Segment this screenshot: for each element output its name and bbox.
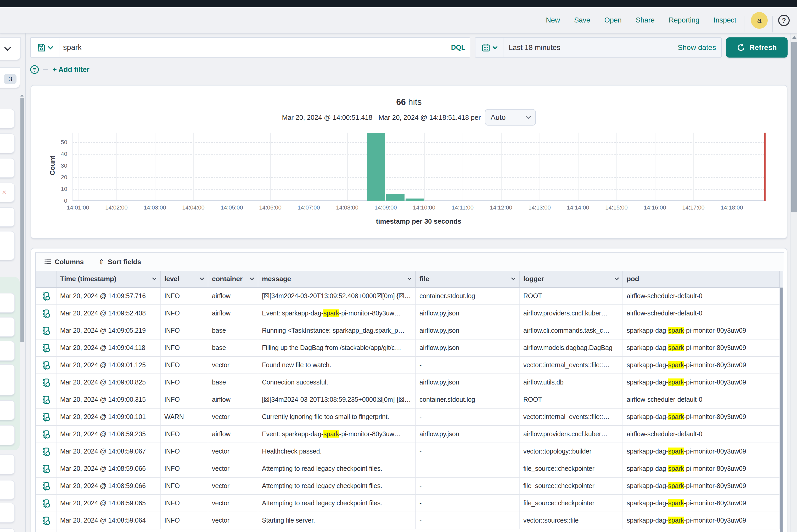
nav-link-share[interactable]: Share [636, 16, 655, 24]
table-scrollbar[interactable] [780, 288, 783, 532]
histogram-bar[interactable] [386, 194, 405, 201]
refresh-icon [737, 43, 745, 52]
scroll-up-arrow[interactable] [792, 36, 796, 39]
cell-pod: airflow-scheduler-default-0 [623, 288, 780, 304]
sidebar-field-item[interactable] [0, 400, 15, 420]
nav-link-open[interactable]: Open [605, 16, 622, 24]
chevron-down-icon[interactable] [511, 276, 516, 280]
cell-time: Mar 20, 2024 @ 14:08:59.067 [57, 443, 161, 460]
header-cell-time[interactable]: Time (timestamp) [57, 271, 161, 287]
sidebar-field-item[interactable] [0, 158, 15, 178]
show-dates-button[interactable]: Show dates [678, 43, 721, 52]
cell-container: base [208, 340, 258, 356]
cell-pod: sparkapp-dag-spark-pi-monitor-80y3uw09 [623, 357, 780, 374]
query-input[interactable]: spark DQL [30, 37, 470, 58]
inspect-document-icon[interactable] [42, 413, 50, 421]
histogram-chart[interactable]: Count 0102030405014:01:0014:02:0014:03:0… [73, 133, 765, 201]
chevron-down-icon[interactable] [407, 276, 412, 280]
interval-select[interactable]: Auto [485, 109, 536, 126]
search-query-text[interactable]: spark [59, 43, 451, 52]
inspect-document-icon[interactable] [42, 464, 50, 473]
date-picker[interactable]: Last 18 minutes Show dates [475, 37, 722, 58]
cell-time: Mar 20, 2024 @ 14:09:05.219 [57, 322, 161, 339]
filter-icon[interactable] [30, 65, 39, 74]
cell-logger: vector::topology::builder [520, 443, 623, 460]
inspect-document-icon[interactable] [42, 361, 50, 369]
columns-button[interactable]: Columns [44, 258, 84, 266]
cell-logger: vector::internal_events::file::… [520, 408, 623, 425]
sidebar-scrollbar[interactable] [20, 98, 23, 342]
header-cell-message[interactable]: message [258, 271, 416, 287]
sidebar-field-item[interactable] [0, 364, 15, 396]
window-scrollbar[interactable] [791, 34, 797, 532]
sidebar-field-item[interactable] [0, 231, 15, 260]
query-language-button[interactable]: DQL [451, 43, 470, 52]
cell-level: WARN [161, 408, 208, 425]
calendar-menu-button[interactable] [476, 38, 503, 57]
sidebar-scroll-up-arrow[interactable] [20, 94, 23, 96]
cell-container: airflow [208, 391, 258, 408]
nav-link-save[interactable]: Save [574, 16, 590, 24]
histogram-bar[interactable] [367, 133, 385, 201]
nav-link-inspect[interactable]: Inspect [713, 16, 736, 24]
inspect-document-icon[interactable] [42, 309, 50, 318]
chevron-down-icon[interactable] [152, 276, 156, 280]
cell-container: airflow [208, 305, 258, 322]
inspect-document-icon[interactable] [42, 343, 50, 352]
header-cell-logger[interactable]: logger [520, 271, 623, 287]
sidebar-field-item[interactable] [0, 341, 15, 361]
cell-container: vector [208, 408, 258, 425]
sidebar-field-item[interactable] [0, 454, 15, 474]
inspect-document-icon[interactable] [42, 447, 50, 456]
window-scrollbar-thumb[interactable] [791, 42, 797, 212]
avatar[interactable]: a [751, 12, 768, 29]
sidebar-field-item[interactable] [0, 133, 15, 153]
table-row: Mar 20, 2024 @ 14:09:01.125INFOvectorFou… [36, 357, 780, 374]
inspect-document-icon[interactable] [42, 292, 50, 301]
sidebar-field-item[interactable] [0, 480, 15, 499]
chevron-down-icon[interactable] [200, 276, 204, 280]
chevron-down-icon[interactable] [249, 276, 254, 280]
sidebar-field-item[interactable] [0, 425, 15, 445]
inspect-document-icon[interactable] [42, 499, 50, 508]
sidebar-field-item[interactable] [0, 293, 15, 313]
add-filter-button[interactable]: + Add filter [53, 65, 90, 74]
cell-container: vector [208, 460, 258, 477]
sidebar-field-item[interactable] [0, 207, 15, 227]
help-icon[interactable]: ? [778, 15, 790, 26]
inspect-document-icon[interactable] [42, 395, 50, 404]
header-cell-pod[interactable]: pod [623, 271, 780, 287]
inspect-document-icon[interactable] [42, 516, 50, 525]
cell-time: Mar 20, 2024 @ 14:09:01.125 [57, 357, 161, 374]
saved-query-menu-button[interactable] [31, 38, 59, 57]
inspect-document-icon[interactable] [42, 430, 50, 439]
header-cell-file[interactable]: file [416, 271, 520, 287]
refresh-button[interactable]: Refresh [726, 37, 787, 58]
inspect-document-icon[interactable] [42, 326, 50, 335]
sidebar-field-item[interactable] [0, 317, 15, 337]
header-cell-container[interactable]: container [208, 271, 258, 287]
data-grid: Columns ⇳Sort fields Time (timestamp)lev… [35, 252, 784, 532]
cell-logger: file_source::checkpointer [520, 460, 623, 477]
nav-link-reporting[interactable]: Reporting [669, 16, 699, 24]
x-gridline [347, 133, 348, 201]
header-cell-level[interactable]: level [161, 271, 208, 287]
sidebar-field-item[interactable] [0, 109, 15, 129]
inspect-document-icon[interactable] [42, 378, 50, 387]
inspect-document-icon[interactable] [42, 481, 50, 490]
chevron-down-icon[interactable] [614, 276, 619, 280]
sort-fields-button[interactable]: ⇳Sort fields [98, 258, 141, 266]
cell-file: airflow.py.json [416, 374, 520, 391]
cell-container: base [208, 374, 258, 391]
cell-time: Mar 20, 2024 @ 14:08:59.064 [57, 512, 161, 529]
sidebar-field-item[interactable] [0, 528, 15, 532]
cell-level: INFO [161, 305, 208, 322]
histogram-bar[interactable] [406, 198, 424, 201]
time-range-value[interactable]: Last 18 minutes [503, 43, 678, 52]
remove-field-icon[interactable]: × [0, 188, 11, 197]
nav-link-new[interactable]: New [546, 16, 560, 24]
x-tick-label: 14:16:00 [644, 204, 666, 211]
sidebar-field-item[interactable] [0, 503, 15, 522]
cell-logger: vector::sources::file [520, 512, 623, 529]
sidebar-expand-button[interactable] [0, 37, 21, 60]
